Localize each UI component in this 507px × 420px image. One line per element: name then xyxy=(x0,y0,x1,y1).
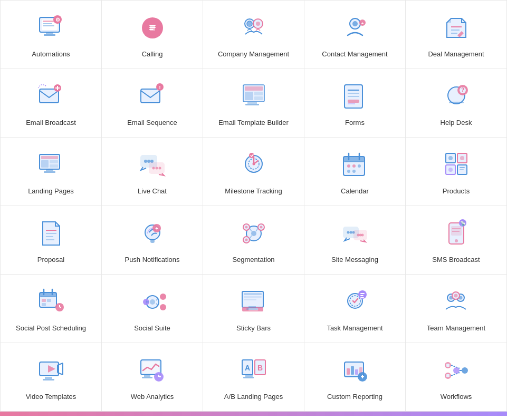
svg-rect-53 xyxy=(41,156,58,159)
social-post-scheduling-label: Social Post Scheduling xyxy=(16,324,86,333)
bottom-bar xyxy=(0,412,507,416)
svg-rect-34 xyxy=(245,86,263,91)
svg-point-112 xyxy=(349,231,352,234)
custom-reporting-icon xyxy=(338,354,372,387)
grid-item-sticky-bars[interactable]: Sticky Bars xyxy=(203,275,304,343)
svg-point-100 xyxy=(251,231,256,236)
svg-point-15 xyxy=(247,22,252,26)
grid-item-sms-broadcast[interactable]: 📡 SMS Broadcast xyxy=(406,206,507,275)
grid-item-help-desk[interactable]: Help Desk xyxy=(406,69,507,138)
grid-item-email-template-builder[interactable]: Email Template Builder xyxy=(203,69,304,138)
help-desk-icon xyxy=(439,80,473,113)
grid-item-automations[interactable]: ⚙ Automations xyxy=(1,1,102,69)
svg-rect-145 xyxy=(244,293,262,295)
svg-rect-3 xyxy=(43,23,52,24)
task-management-label: Task Management xyxy=(327,324,382,333)
company-management-icon xyxy=(237,11,271,45)
grid-item-email-broadcast[interactable]: Email Broadcast xyxy=(1,69,102,138)
grid-item-company-management[interactable]: Company Management xyxy=(203,1,304,69)
grid-item-web-analytics[interactable]: Web Analytics xyxy=(102,343,203,412)
svg-point-106 xyxy=(245,239,247,241)
grid-item-email-sequence[interactable]: ! Email Sequence xyxy=(102,69,203,138)
svg-rect-171 xyxy=(43,379,54,380)
svg-rect-39 xyxy=(245,104,259,105)
svg-rect-170 xyxy=(45,377,52,379)
svg-rect-6 xyxy=(44,34,55,36)
automations-label: Automations xyxy=(32,50,70,59)
grid-item-calling[interactable]: ≡ Calling xyxy=(102,1,203,69)
svg-rect-11 xyxy=(149,25,156,26)
deal-management-label: Deal Management xyxy=(428,50,484,59)
svg-point-69 xyxy=(252,163,255,165)
site-messaging-label: Site Messaging xyxy=(331,256,378,265)
calling-icon: ≡ xyxy=(136,11,169,45)
svg-rect-72 xyxy=(343,157,365,162)
grid-item-milestone-tracking[interactable]: Milestone Tracking xyxy=(203,138,304,206)
email-sequence-label: Email Sequence xyxy=(127,119,177,128)
team-management-icon xyxy=(439,285,473,319)
svg-rect-186 xyxy=(347,368,350,375)
grid-item-deal-management[interactable]: Deal Management xyxy=(406,1,507,69)
svg-rect-58 xyxy=(44,171,55,173)
products-label: Products xyxy=(443,187,470,196)
svg-rect-12 xyxy=(149,27,156,28)
grid-item-live-chat[interactable]: Live Chat xyxy=(102,138,203,206)
grid-item-forms[interactable]: Forms xyxy=(304,69,406,138)
svg-rect-36 xyxy=(254,92,263,95)
svg-rect-126 xyxy=(40,292,56,297)
svg-rect-57 xyxy=(46,169,53,171)
video-templates-icon xyxy=(34,354,68,387)
grid-item-workflows[interactable]: Workflows xyxy=(406,343,507,412)
web-analytics-icon xyxy=(136,354,169,387)
svg-point-111 xyxy=(347,231,349,234)
landing-pages-label: Landing Pages xyxy=(28,187,74,196)
segmentation-icon xyxy=(237,217,271,250)
svg-text:B: B xyxy=(257,364,262,372)
svg-point-197 xyxy=(462,367,468,374)
grid-item-proposal[interactable]: Proposal xyxy=(1,206,102,275)
calling-label: Calling xyxy=(142,50,163,59)
svg-rect-13 xyxy=(149,29,154,30)
grid-item-task-management[interactable]: Task Management xyxy=(304,275,406,343)
svg-rect-151 xyxy=(246,308,258,310)
svg-point-66 xyxy=(158,167,161,170)
svg-rect-89 xyxy=(460,169,464,170)
svg-rect-184 xyxy=(243,377,254,378)
svg-rect-35 xyxy=(245,92,253,100)
grid-item-calendar[interactable]: Calendar xyxy=(304,138,406,206)
web-analytics-label: Web Analytics xyxy=(131,393,174,402)
svg-point-102 xyxy=(245,226,247,229)
svg-point-104 xyxy=(260,226,262,229)
grid-item-push-notifications[interactable]: ✦ Push Notifications xyxy=(102,206,203,275)
task-management-icon xyxy=(338,285,372,319)
grid-item-social-post-scheduling[interactable]: Social Post Scheduling xyxy=(1,275,102,343)
contact-management-icon: + xyxy=(338,11,372,45)
grid-item-landing-pages[interactable]: Landing Pages xyxy=(1,138,102,206)
grid-item-products[interactable]: Products xyxy=(406,138,507,206)
grid-item-segmentation[interactable]: Segmentation xyxy=(203,206,304,275)
svg-text:+: + xyxy=(361,21,363,26)
email-template-builder-label: Email Template Builder xyxy=(218,119,289,128)
social-suite-icon xyxy=(136,285,169,319)
grid-item-ab-landing-pages[interactable]: A B A/B Landing Pages xyxy=(203,343,304,412)
svg-rect-132 xyxy=(42,303,46,306)
svg-rect-51 xyxy=(449,102,464,103)
grid-item-contact-management[interactable]: + Contact Management xyxy=(304,1,406,69)
email-sequence-icon: ! xyxy=(136,80,169,113)
svg-rect-30 xyxy=(141,89,160,103)
grid-item-video-templates[interactable]: Video Templates xyxy=(1,343,102,412)
svg-text:⚙: ⚙ xyxy=(55,17,60,23)
products-grid: ⚙ Automations ≡ Calling Company Manageme… xyxy=(0,0,507,412)
svg-point-79 xyxy=(347,170,350,173)
grid-item-site-messaging[interactable]: Site Messaging xyxy=(304,206,406,275)
grid-item-team-management[interactable]: Team Management xyxy=(406,275,507,343)
svg-rect-119 xyxy=(451,226,462,236)
proposal-label: Proposal xyxy=(37,256,64,265)
milestone-tracking-icon xyxy=(237,148,271,182)
grid-item-social-suite[interactable]: Social Suite xyxy=(102,275,203,343)
svg-point-82 xyxy=(448,156,453,160)
push-notifications-label: Push Notifications xyxy=(125,256,179,265)
ab-landing-pages-icon: A B xyxy=(237,354,271,387)
custom-reporting-label: Custom Reporting xyxy=(327,393,382,402)
grid-item-custom-reporting[interactable]: Custom Reporting xyxy=(304,343,406,412)
